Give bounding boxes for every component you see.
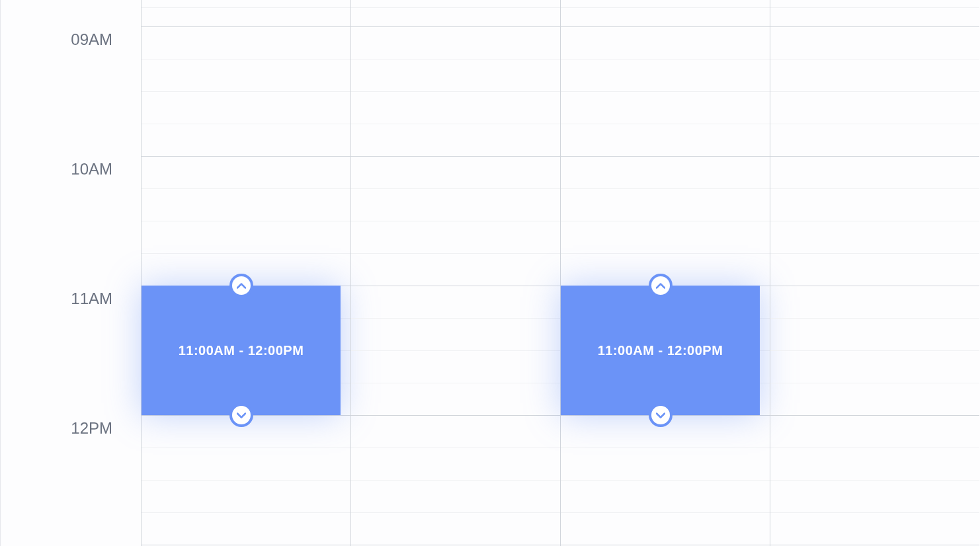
grid-line <box>142 156 350 157</box>
grid-line <box>142 253 350 254</box>
grid-line <box>770 350 979 351</box>
grid-line <box>561 26 770 27</box>
grid-line <box>561 156 770 157</box>
grid-line <box>351 448 560 448</box>
grid-line <box>142 7 350 8</box>
grid-line <box>561 188 770 189</box>
grid-line <box>561 7 770 8</box>
calendar-event-2[interactable]: 11:00AM - 12:00PM <box>561 286 760 415</box>
grid-line <box>351 383 560 383</box>
grid-line <box>142 124 350 124</box>
grid-line <box>770 253 979 254</box>
calendar-grid: 09AM 10AM 11AM 12PM 11: <box>0 0 980 546</box>
grid-line <box>142 91 350 92</box>
event-time-label: 11:00AM - 12:00PM <box>598 343 723 358</box>
grid-line <box>770 448 979 448</box>
day-column-1[interactable]: 11:00AM - 12:00PM <box>141 0 350 546</box>
grid-line <box>770 383 979 383</box>
grid-line <box>561 512 770 513</box>
chevron-up-icon <box>656 281 665 290</box>
time-label-10am: 10AM <box>71 160 112 178</box>
grid-line <box>351 480 560 481</box>
grid-line <box>351 91 560 92</box>
grid-line <box>770 480 979 481</box>
grid-line <box>770 188 979 189</box>
grid-line <box>561 545 770 545</box>
grid-line <box>770 286 979 286</box>
grid-line <box>351 253 560 254</box>
grid-line <box>142 26 350 27</box>
grid-line <box>351 512 560 513</box>
grid-line <box>351 415 560 416</box>
grid-line <box>351 124 560 124</box>
day-column-3[interactable]: 11:00AM - 12:00PM <box>560 0 770 546</box>
grid-line <box>351 156 560 157</box>
grid-line <box>770 7 979 8</box>
chevron-down-icon <box>656 410 665 420</box>
grid-line <box>351 286 560 286</box>
grid-line <box>142 512 350 513</box>
time-label-09am: 09AM <box>71 30 112 49</box>
time-label-12pm: 12PM <box>71 419 112 438</box>
day-column-4[interactable] <box>770 0 979 546</box>
grid-line <box>770 318 979 319</box>
grid-line <box>770 221 979 221</box>
time-axis-column: 09AM 10AM 11AM 12PM <box>0 0 141 546</box>
resize-handle-top[interactable] <box>229 274 253 297</box>
grid-line <box>770 26 979 27</box>
grid-line <box>770 156 979 157</box>
grid-line <box>142 188 350 189</box>
grid-line <box>561 253 770 254</box>
resize-handle-bottom[interactable] <box>649 403 673 427</box>
grid-line <box>561 221 770 221</box>
chevron-down-icon <box>237 410 246 420</box>
grid-line <box>770 512 979 513</box>
calendar-event-1[interactable]: 11:00AM - 12:00PM <box>142 286 341 415</box>
grid-line <box>351 318 560 319</box>
time-label-11am: 11AM <box>71 290 112 308</box>
event-time-label: 11:00AM - 12:00PM <box>179 343 304 358</box>
grid-line <box>561 91 770 92</box>
chevron-up-icon <box>237 281 246 290</box>
grid-line <box>561 124 770 124</box>
grid-line <box>142 480 350 481</box>
grid-line <box>770 91 979 92</box>
grid-line <box>561 59 770 59</box>
grid-line <box>142 448 350 448</box>
grid-line <box>142 59 350 59</box>
grid-line <box>561 448 770 448</box>
grid-line <box>770 545 979 545</box>
grid-line <box>351 188 560 189</box>
resize-handle-top[interactable] <box>649 274 673 297</box>
grid-line <box>142 221 350 221</box>
grid-line <box>770 415 979 416</box>
grid-line <box>770 124 979 124</box>
grid-line <box>770 59 979 59</box>
grid-line <box>351 221 560 221</box>
grid-line <box>561 480 770 481</box>
grid-line <box>142 545 350 545</box>
grid-line <box>351 59 560 59</box>
grid-line <box>351 7 560 8</box>
grid-line <box>351 545 560 545</box>
grid-line <box>351 350 560 351</box>
day-column-2[interactable] <box>350 0 560 546</box>
resize-handle-bottom[interactable] <box>229 403 253 427</box>
grid-line <box>351 26 560 27</box>
